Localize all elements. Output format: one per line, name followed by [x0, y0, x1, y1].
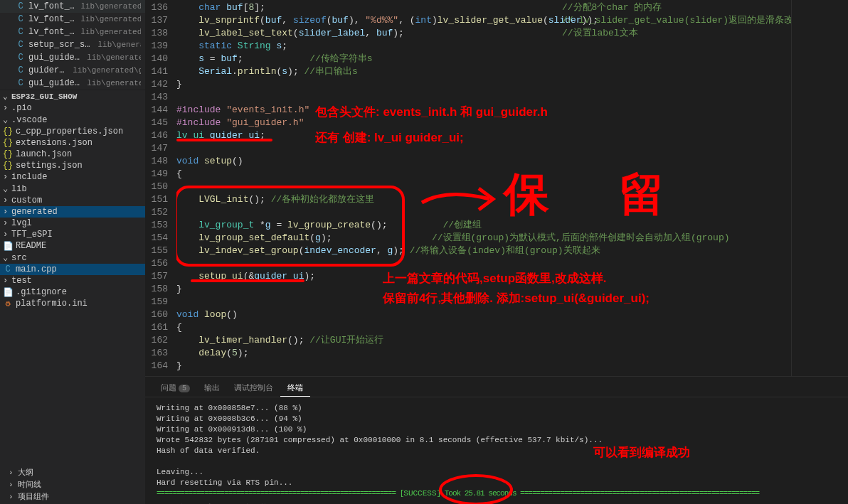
- json-icon: {}: [3, 138, 13, 148]
- code-line[interactable]: void setup(): [176, 155, 791, 168]
- line-number: 138: [145, 27, 176, 40]
- line-number: 158: [145, 283, 176, 296]
- open-editor-item[interactable]: Csetup_scr_screen.clib\generated: [0, 38, 145, 51]
- minimap[interactable]: [791, 0, 848, 376]
- code-line[interactable]: }: [176, 360, 791, 372]
- tree-node[interactable]: ›lvgl: [0, 218, 145, 229]
- code-line[interactable]: [176, 206, 791, 219]
- panel-tab[interactable]: 调试控制台: [227, 380, 280, 397]
- tree-label: custom: [11, 195, 42, 205]
- file-name: gui_guider.h: [28, 53, 83, 63]
- tree-node[interactable]: ›custom: [0, 195, 145, 206]
- code-line[interactable]: #include "gui_guider.h": [176, 117, 791, 129]
- tree-node[interactable]: 📄README: [0, 240, 145, 252]
- tree-node[interactable]: ›TFT_eSPI: [0, 229, 145, 240]
- open-editor-item[interactable]: Cgui_guider.hlib\generated: [0, 51, 145, 64]
- open-editors: Clv_font_simsun_12.clib\generated\guider…: [0, 0, 145, 90]
- line-number: 146: [145, 129, 176, 142]
- tree-node[interactable]: ⌄lib: [0, 183, 145, 195]
- tree-label: include: [11, 172, 47, 182]
- tree-label: TFT_eSPI: [11, 230, 53, 240]
- panel-tab[interactable]: 终端: [280, 380, 310, 397]
- terminal[interactable]: Writing at 0x000858e7... (88 %)Writing a…: [145, 397, 848, 504]
- open-editor-item[interactable]: Cgui_guider.clib\generated: [0, 77, 145, 90]
- file-name: guider_fonts.h: [28, 65, 68, 75]
- tree-node[interactable]: {}settings.json: [0, 160, 145, 171]
- code-line[interactable]: lv_indev_set_group(indev_encoder, g); //…: [176, 245, 791, 257]
- panel-tab[interactable]: 问题5: [154, 380, 197, 397]
- code-line[interactable]: lv_snprintf(buf, sizeof(buf), "%d%%", (i…: [176, 14, 791, 27]
- tree-label: platformio.ini: [16, 299, 88, 309]
- code-line[interactable]: {: [176, 321, 791, 334]
- code-line[interactable]: [176, 91, 791, 104]
- code-line[interactable]: [176, 257, 791, 270]
- code-line[interactable]: delay(5);: [176, 347, 791, 360]
- tree-node[interactable]: 📄.gitignore: [0, 286, 145, 298]
- code-area[interactable]: 保 留 包含头文件: events_init.h 和 gui_guider.h …: [176, 0, 791, 376]
- code-line[interactable]: LVGL_init(); //各种初始化都放在这里: [176, 193, 791, 206]
- tree-label: lvgl: [11, 218, 32, 228]
- c-file-icon: C: [16, 65, 26, 75]
- c-file-icon: C: [16, 53, 26, 63]
- panel-tab[interactable]: 输出: [197, 380, 227, 397]
- terminal-line: Leaving...: [157, 467, 837, 478]
- sidebar-section[interactable]: › 大纲: [6, 466, 52, 478]
- tree-node[interactable]: {}c_cpp_properties.json: [0, 126, 145, 137]
- code-line[interactable]: [176, 181, 791, 193]
- code-line[interactable]: lv_timer_handler(); //让GUI开始运行: [176, 334, 791, 347]
- line-number: 156: [145, 257, 176, 270]
- line-number: 143: [145, 91, 176, 104]
- code-line[interactable]: [176, 296, 791, 309]
- line-number: 152: [145, 206, 176, 219]
- open-editor-item[interactable]: Clv_font_simsun_12.clib\generated\guider…: [0, 0, 145, 13]
- tree-node[interactable]: ⌄src: [0, 252, 145, 264]
- code-line[interactable]: Serial.println(s); //串口输出s: [176, 65, 791, 78]
- tree-node[interactable]: ›include: [0, 171, 145, 183]
- tree-label: main.cpp: [16, 264, 57, 274]
- chevron-icon: ⌄: [3, 183, 11, 194]
- c-file-icon: C: [16, 78, 26, 88]
- sidebar-section[interactable]: › 项目组件: [6, 490, 52, 503]
- sidebar-section[interactable]: › 时间线: [6, 478, 52, 490]
- tree-node[interactable]: Cmain.cpp: [0, 264, 145, 275]
- code-line[interactable]: }: [176, 78, 791, 91]
- terminal-line: Hard resetting via RTS pin...: [157, 478, 837, 488]
- code-line[interactable]: #include "events_init.h": [176, 104, 791, 117]
- line-number: 155: [145, 245, 176, 257]
- terminal-line: Writing at 0x000858e7... (88 %): [157, 403, 837, 414]
- tree-node[interactable]: {}launch.json: [0, 149, 145, 160]
- terminal-line: Wrote 542832 bytes (287101 compressed) a…: [157, 435, 837, 446]
- file-name: gui_guider.c: [28, 78, 83, 88]
- code-line[interactable]: lv_group_set_default(g); //设置组(group)为默认…: [176, 232, 791, 245]
- code-line[interactable]: {: [176, 168, 791, 181]
- code-line[interactable]: lv_group_t *g = lv_group_create(); //创建组: [176, 219, 791, 232]
- tree-node[interactable]: ›test: [0, 275, 145, 286]
- tree-node[interactable]: {}extensions.json: [0, 137, 145, 149]
- tree-node[interactable]: ›.pio: [0, 102, 145, 114]
- file-tree: ›.pio⌄.vscode{}c_cpp_properties.json{}ex…: [0, 102, 145, 504]
- code-line[interactable]: [176, 142, 791, 155]
- file-path: lib\generated\guider_fo...: [80, 28, 141, 36]
- open-editor-item[interactable]: Cguider_fonts.hlib\generated\guider_font…: [0, 64, 145, 77]
- open-editor-item[interactable]: Clv_font_simsun_48.clib\generated\guider…: [0, 26, 145, 38]
- code-line[interactable]: lv_label_set_text(slider_label, buf);//设…: [176, 27, 791, 40]
- project-name: ESP32_GUI_SHOW: [11, 92, 77, 101]
- line-number: 149: [145, 168, 176, 181]
- terminal-success-line: ========================================…: [157, 488, 837, 499]
- file-icon: 📄: [3, 241, 13, 251]
- open-editor-item[interactable]: Clv_font_simsun_16.clib\generated\guider…: [0, 13, 145, 26]
- code-line[interactable]: char buf[8];//分配8个char 的内存: [176, 1, 791, 14]
- code-line[interactable]: }: [176, 283, 791, 296]
- project-header[interactable]: ⌄ ESP32_GUI_SHOW: [0, 90, 145, 102]
- line-number: 147: [145, 142, 176, 155]
- tree-node[interactable]: ›generated: [0, 206, 145, 218]
- chevron-icon: ›: [3, 218, 11, 228]
- terminal-line: Hash of data verified.: [157, 446, 837, 456]
- line-number: 162: [145, 334, 176, 347]
- code-line[interactable]: static String s;: [176, 40, 791, 53]
- editor: 1361371381391401411421431441451461471481…: [145, 0, 848, 376]
- tree-node[interactable]: ⚙platformio.ini: [0, 298, 145, 309]
- code-line[interactable]: s = buf; //传给字符串s: [176, 53, 791, 65]
- code-line[interactable]: void loop(): [176, 309, 791, 321]
- tree-node[interactable]: ⌄.vscode: [0, 114, 145, 126]
